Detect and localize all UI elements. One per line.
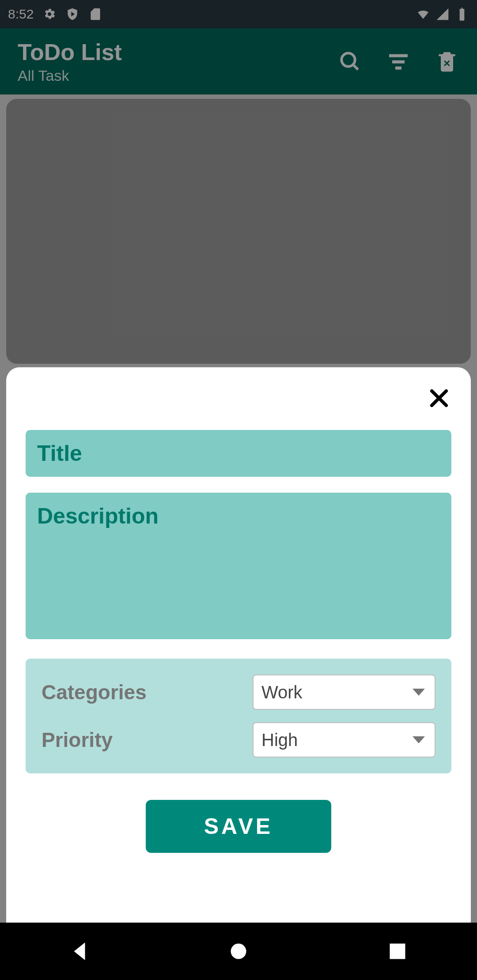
categories-label: Categories	[42, 680, 253, 704]
categories-row: Categories Work	[42, 675, 435, 710]
priority-value: High	[261, 730, 298, 750]
priority-select[interactable]: High	[253, 722, 435, 758]
categories-select[interactable]: Work	[253, 675, 435, 710]
title-input[interactable]	[26, 430, 451, 477]
categories-value: Work	[261, 682, 303, 702]
priority-label: Priority	[42, 728, 253, 752]
save-button[interactable]: SAVE	[146, 800, 331, 853]
description-input[interactable]	[26, 493, 451, 639]
back-icon[interactable]	[66, 938, 93, 965]
close-icon[interactable]	[427, 386, 451, 411]
recent-icon[interactable]	[384, 938, 411, 965]
navigation-bar	[0, 923, 477, 980]
svg-rect-9	[390, 944, 405, 959]
svg-point-8	[231, 944, 246, 959]
sheet-header	[26, 382, 451, 414]
chevron-down-icon	[413, 689, 425, 696]
chevron-down-icon	[413, 736, 425, 743]
priority-row: Priority High	[42, 722, 435, 758]
add-task-sheet: Categories Work Priority High SAVE	[6, 367, 471, 923]
home-icon[interactable]	[225, 938, 252, 965]
options-panel: Categories Work Priority High	[26, 659, 451, 773]
